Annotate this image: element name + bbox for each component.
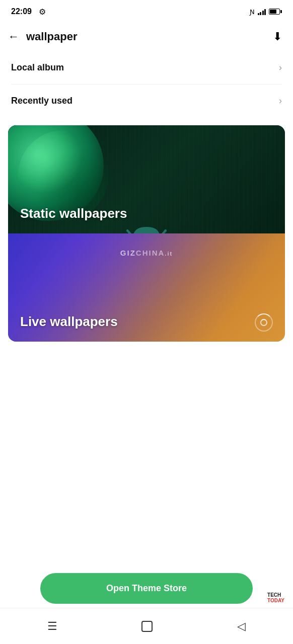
today-text: TODAY (267, 598, 284, 603)
header: ← wallpaper ⬇ (0, 22, 293, 51)
nav-home-square-icon[interactable] (141, 621, 153, 632)
download-icon[interactable]: ⬇ (273, 30, 282, 43)
static-wallpapers-label: Static wallpapers (20, 206, 127, 221)
gear-icon: ⚙ (39, 7, 46, 17)
recently-used-row[interactable]: Recently used › (0, 85, 293, 117)
svg-line-1 (161, 230, 166, 233)
live-spinner-icon (255, 313, 273, 332)
recently-used-label: Recently used (11, 96, 72, 106)
local-album-label: Local album (11, 62, 64, 73)
chevron-right-icon-2: › (279, 96, 282, 106)
status-icons: Ɲ (250, 8, 282, 16)
tech-today-badge: TECH TODAY (265, 591, 287, 605)
cards-container: Static wallpapers GIZCHINA.it Live wallp… (0, 117, 293, 342)
page-title: wallpaper (26, 30, 77, 43)
static-wallpapers-card[interactable]: Static wallpapers (8, 125, 285, 233)
nav-hamburger-icon[interactable]: ☰ (37, 615, 67, 638)
android-watermark (124, 222, 169, 233)
nav-back-icon[interactable]: ◁ (227, 615, 256, 638)
tech-text: TECH (267, 592, 284, 598)
local-album-row[interactable]: Local album › (0, 51, 293, 84)
status-bar: 22:09 ⚙ Ɲ (0, 0, 293, 22)
open-theme-store-button[interactable]: Open Theme Store (40, 573, 253, 604)
signal-bars (258, 8, 266, 15)
chevron-right-icon: › (279, 62, 282, 73)
live-wallpapers-label: Live wallpapers (20, 314, 118, 330)
bottom-section: Open Theme Store (0, 573, 293, 604)
battery-icon (269, 9, 282, 15)
back-button[interactable]: ← (8, 30, 19, 43)
status-time: 22:09 (11, 7, 32, 16)
header-left: ← wallpaper (8, 30, 77, 43)
live-wallpapers-card[interactable]: GIZCHINA.it Live wallpapers (8, 233, 285, 342)
nfc-icon: Ɲ (250, 8, 255, 16)
svg-line-0 (127, 230, 132, 233)
nav-bar: ☰ ◁ (0, 608, 293, 644)
